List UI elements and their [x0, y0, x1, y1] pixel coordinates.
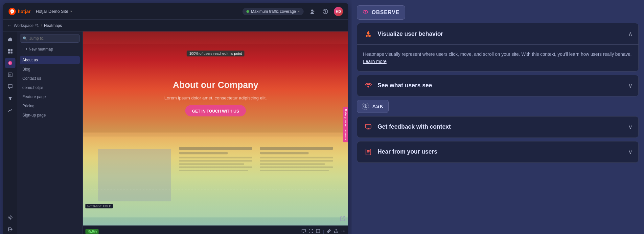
traffic-badge[interactable]: Maximum traffic coverage ▾: [242, 8, 304, 15]
external-link-icon[interactable]: [340, 216, 346, 223]
sidebar-icon-surveys[interactable]: [5, 70, 15, 80]
svg-rect-8: [8, 73, 12, 77]
heatmap-tooltip: 100% of users reached this point: [187, 51, 244, 56]
traffic-chevron-icon: ▾: [298, 10, 300, 13]
avatar[interactable]: HD: [334, 7, 343, 16]
new-heatmap-button[interactable]: + + New heatmap: [20, 45, 80, 53]
sidebar-icon-collapse[interactable]: [5, 224, 15, 234]
share-icon[interactable]: [334, 229, 338, 234]
logo-text: hotjar: [18, 9, 31, 14]
nav-item-signup[interactable]: Sign-up page: [20, 111, 80, 119]
chevron-down-icon: ▾: [70, 10, 72, 13]
help-button[interactable]: [321, 7, 330, 16]
nav-item-contact[interactable]: Contact us: [20, 74, 80, 83]
svg-point-43: [365, 11, 366, 13]
ask-tab[interactable]: ASK: [357, 100, 389, 113]
svg-rect-23: [179, 157, 252, 159]
learn-more-link[interactable]: Learn more: [363, 59, 387, 64]
svg-rect-22: [179, 152, 228, 154]
new-heatmap-label: + New heatmap: [25, 47, 53, 52]
svg-text:Lorem ipsum dolor amet, consec: Lorem ipsum dolor amet, consectetur adip…: [164, 96, 267, 100]
accordion-hear-from-header[interactable]: Hear from your users ∨: [357, 141, 638, 162]
feedback-tab[interactable]: Rate your experience: [343, 107, 348, 142]
more-icon[interactable]: [341, 229, 346, 234]
nav-item-pricing[interactable]: Pricing: [20, 102, 80, 110]
bottom-toolbar: 75.6% |: [83, 225, 348, 234]
ask-tab-label: ASK: [372, 103, 384, 109]
main-content: 🔍 + + New heatmap About us Blog Contact …: [3, 32, 348, 234]
svg-rect-27: [179, 170, 248, 171]
accordion-visualize-body: Heatmaps visually represent where users …: [357, 45, 638, 71]
traffic-label: Maximum traffic coverage: [251, 9, 296, 14]
sidebar-icon-funnels[interactable]: [5, 93, 15, 104]
toolbar-icons: |: [301, 229, 346, 234]
accordion-see-what-title: See what users see: [378, 82, 624, 89]
sidebar-icon-settings[interactable]: [5, 212, 15, 223]
add-user-button[interactable]: [308, 7, 317, 16]
search-box[interactable]: 🔍: [20, 34, 80, 43]
visualize-body-text: Heatmaps visually represent where users …: [363, 52, 632, 57]
accordion-feedback-title: Get feedback with context: [378, 123, 624, 130]
fullscreen-icon[interactable]: [309, 229, 313, 234]
accordion-see-what-header[interactable]: See what users see ∨: [357, 75, 638, 96]
website-preview: About our Company Lorem ipsum dolor amet…: [83, 32, 348, 225]
back-button[interactable]: ←: [7, 23, 12, 28]
top-bar-right: Maximum traffic coverage ▾ HD: [242, 7, 343, 16]
question-mark-icon: [362, 103, 369, 110]
fire-icon: [363, 29, 374, 39]
accordion-visualize-header[interactable]: Visualize user behavior ∧: [357, 23, 638, 45]
sidebar-icon-recordings[interactable]: [5, 58, 15, 68]
chevron-down-icon-2: ∨: [628, 82, 632, 89]
nav-item-feature[interactable]: Feature page: [20, 93, 80, 101]
sidebar-icon-feedback[interactable]: [5, 81, 15, 92]
svg-rect-3: [8, 49, 10, 51]
svg-rect-47: [366, 124, 371, 128]
svg-point-2: [325, 12, 326, 13]
sidebar-icons: [3, 32, 17, 234]
survey-icon: [363, 147, 374, 157]
sidebar-icon-heatmaps[interactable]: [5, 46, 15, 56]
workspace-link[interactable]: Workspace #1: [14, 23, 39, 28]
svg-rect-33: [260, 166, 333, 168]
observe-icon: [362, 9, 368, 16]
hotjar-logo[interactable]: hotjar: [9, 8, 31, 15]
sidebar-icon-home[interactable]: [5, 34, 15, 45]
top-bar: hotjar Hotjar Demo Site ▾ Maximum traffi…: [3, 3, 348, 20]
chevron-down-icon-3: ∨: [628, 123, 632, 131]
svg-rect-28: [260, 147, 333, 150]
accordion-hear-from: Hear from your users ∨: [357, 141, 639, 163]
avg-fold-label: AVERAGE FOLD: [85, 204, 113, 208]
site-selector[interactable]: Hotjar Demo Site ▾: [36, 9, 72, 14]
svg-text:About our Company: About our Company: [173, 80, 258, 90]
plus-icon: +: [21, 47, 23, 52]
accordion-feedback-header[interactable]: Get feedback with context ∨: [357, 117, 638, 138]
accordion-hear-from-title: Hear from your users: [378, 148, 624, 155]
feedback-icon: [363, 122, 374, 132]
search-icon: 🔍: [23, 36, 27, 41]
observe-tab-label: OBSERVE: [372, 10, 400, 15]
svg-text:GET IN TOUCH WITH US: GET IN TOUCH WITH US: [192, 109, 239, 114]
recordings-icon: [363, 80, 374, 91]
expand-icon[interactable]: [316, 229, 320, 234]
percentage-badge: 75.6%: [85, 229, 99, 234]
link-icon[interactable]: [327, 229, 331, 234]
nav-item-about-us[interactable]: About us: [20, 56, 80, 64]
observe-tab[interactable]: OBSERVE: [357, 5, 405, 20]
svg-rect-25: [179, 163, 244, 165]
svg-rect-26: [179, 166, 252, 168]
sidebar-icon-trends[interactable]: [5, 105, 15, 116]
svg-rect-24: [179, 160, 252, 162]
breadcrumb-current: Heatmaps: [44, 23, 62, 28]
search-input[interactable]: [29, 36, 77, 41]
breadcrumb-bar: ← Workspace #1 / Heatmaps: [3, 20, 348, 32]
svg-rect-31: [260, 160, 333, 162]
svg-rect-5: [8, 52, 10, 53]
comment-icon[interactable]: [301, 229, 306, 234]
nav-item-demo[interactable]: demo.hotjar: [20, 83, 80, 92]
svg-point-40: [343, 231, 344, 232]
nav-item-blog[interactable]: Blog: [20, 65, 80, 74]
accordion-visualize: Visualize user behavior ∧ Heatmaps visua…: [357, 23, 639, 72]
svg-rect-38: [316, 229, 320, 233]
accordion-see-what: See what users see ∨: [357, 75, 639, 96]
heatmap-viewer: About our Company Lorem ipsum dolor amet…: [83, 32, 348, 234]
